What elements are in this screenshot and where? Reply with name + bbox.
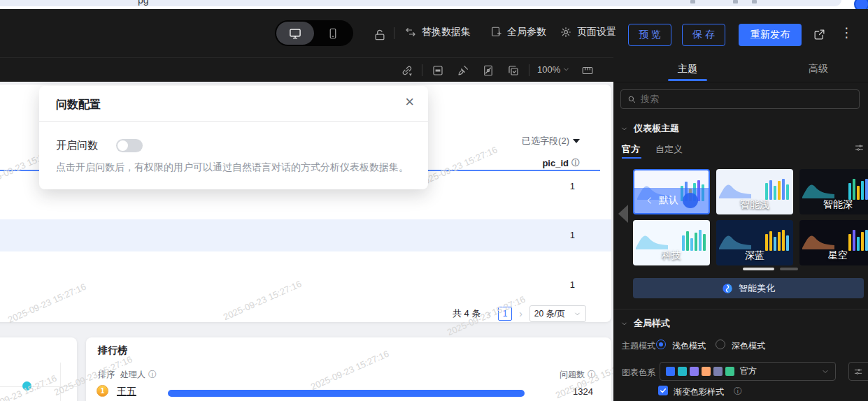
theme-thumb-tech[interactable]: 科技	[633, 220, 710, 265]
active-subtab-underline	[622, 157, 641, 159]
back-arrow-icon	[645, 196, 655, 205]
ranking-person-header[interactable]: 处理人 ⓘ	[120, 369, 157, 381]
theme-thumb-deepblue[interactable]: 深蓝	[716, 220, 793, 265]
more-menu-icon[interactable]: ⋮	[840, 26, 853, 39]
search-placeholder: 搜索	[641, 93, 659, 105]
page-number[interactable]: 1	[498, 307, 512, 321]
preview-button[interactable]: 预 览	[628, 24, 671, 46]
grid-ruler-icon[interactable]	[581, 64, 594, 77]
ranking-sort-header[interactable]: 排序	[98, 369, 115, 381]
info-icon: ⓘ	[571, 157, 580, 169]
clear-style-brush-icon[interactable]	[457, 64, 469, 77]
replace-dataset-icon	[404, 26, 417, 38]
color-scheme-select[interactable]: 官方	[660, 362, 836, 381]
chart-colors-label: 图表色系	[622, 367, 655, 379]
theme-thumb-light[interactable]: 智能浅	[716, 169, 793, 214]
scheme-name: 官方	[740, 365, 757, 377]
smart-beautify-button[interactable]: 智能美化	[633, 278, 864, 298]
link-filter-icon[interactable]	[401, 64, 413, 77]
ranking-name-link[interactable]: 王五	[117, 386, 136, 398]
replace-dataset-button[interactable]: 替换数据集	[404, 26, 471, 38]
right-settings-panel: 主题 高级 搜索 仪表板主题 官方 自定义 默认	[613, 57, 868, 401]
monitor-icon	[288, 27, 302, 41]
prev-page-icon[interactable]: ‹	[488, 308, 491, 319]
carousel-indicator[interactable]	[780, 268, 798, 270]
sliders-icon[interactable]	[854, 143, 865, 153]
scatter-chart-component[interactable]	[0, 337, 77, 401]
unlock-icon[interactable]	[373, 28, 387, 42]
mobile-mode-button[interactable]	[314, 22, 352, 45]
browser-extension-icon[interactable]	[690, 0, 695, 3]
desktop-mode-button[interactable]	[276, 22, 314, 45]
batch-select-icon[interactable]	[507, 64, 520, 77]
republish-button[interactable]: 重新发布	[739, 24, 802, 46]
color-swatch	[690, 367, 699, 376]
main-toolbar: 替换数据集 全局参数 页面设置 预 览 保 存 重新发布 ⋮	[0, 9, 868, 57]
save-button[interactable]: 保 存	[682, 24, 725, 46]
pagination-total: 共 4 条	[453, 307, 481, 320]
external-link-icon[interactable]	[813, 28, 826, 41]
theme-mode-label: 主题模式	[622, 340, 655, 352]
page-size-select[interactable]: 20 条/页	[529, 305, 586, 322]
tab-advanced[interactable]: 高级	[809, 63, 828, 75]
selected-theme-overlay: 默认	[634, 188, 709, 213]
selected-fields-dropdown[interactable]: 已选字段(2)	[522, 135, 580, 147]
toolbar-divider	[422, 64, 422, 76]
ask-data-config-dialog: 问数配置 × 开启问数 点击开启问数后，有权限的用户可以通过自然语言对话的方式分…	[39, 86, 428, 189]
table-cell: 1	[570, 279, 575, 290]
dialog-title: 问数配置	[56, 98, 101, 112]
ranking-title: 排行榜	[98, 344, 127, 357]
theme-thumb-dark[interactable]: 智能深	[799, 169, 868, 214]
check-icon	[660, 387, 667, 394]
light-mode-label[interactable]: 浅色模式	[672, 340, 706, 352]
color-swatch	[678, 367, 687, 376]
color-swatch	[725, 367, 734, 376]
global-params-button[interactable]: 全局参数	[490, 26, 546, 38]
custom-color-button[interactable]	[848, 362, 868, 381]
subtab-official[interactable]: 官方	[622, 143, 640, 156]
carousel-indicator-active[interactable]	[743, 268, 774, 270]
theme-search-input[interactable]: 搜索	[620, 89, 860, 109]
hide-component-icon[interactable]	[482, 64, 495, 77]
subtab-custom[interactable]: 自定义	[655, 143, 683, 156]
info-icon[interactable]: ⓘ	[734, 386, 742, 398]
ranking-value-header[interactable]: 问题数 ⓘ	[560, 369, 596, 381]
theme-thumb-starry[interactable]: 星空	[799, 220, 868, 265]
panel-collapse-handle[interactable]	[618, 205, 628, 223]
card-icon[interactable]	[432, 64, 444, 77]
ranking-chart-component[interactable]: 排行榜 排序 处理人 ⓘ 问题数 ⓘ 1 王五 1324	[86, 337, 611, 401]
section-dashboard-theme[interactable]: 仪表板主题	[620, 122, 679, 135]
sliders-icon	[853, 367, 863, 377]
close-icon[interactable]: ×	[405, 94, 414, 110]
tab-theme[interactable]: 主题	[678, 63, 697, 75]
table-row-highlight[interactable]	[0, 219, 611, 251]
theme-thumb-default[interactable]: 默认	[633, 169, 710, 214]
dropdown-arrow-icon	[573, 139, 580, 143]
table-column-header[interactable]: pic_id ⓘ	[542, 157, 580, 169]
dialog-description: 点击开启问数后，有权限的用户可以通过自然语言对话的方式分析仪表板数据集。	[56, 161, 408, 174]
next-page-icon[interactable]: ›	[519, 308, 522, 319]
dark-mode-label[interactable]: 深色模式	[732, 340, 765, 352]
scatter-point	[22, 381, 31, 391]
document-plus-icon	[490, 26, 502, 38]
browser-avatar[interactable]	[854, 0, 868, 9]
pagination: 共 4 条 ‹ 1 › 20 条/页	[453, 305, 586, 322]
browser-chrome-strip: pg	[0, 0, 868, 9]
enable-ask-data-toggle[interactable]	[116, 139, 143, 152]
gridline	[0, 386, 77, 387]
zoom-select[interactable]: 100%	[537, 64, 570, 75]
theme-color-dot	[683, 193, 698, 208]
browser-extension-icon[interactable]	[733, 0, 738, 3]
dark-mode-radio[interactable]	[716, 340, 725, 349]
device-toggle	[275, 20, 353, 46]
gradient-style-checkbox[interactable]	[658, 386, 668, 395]
browser-extension-icon[interactable]	[752, 0, 757, 3]
section-global-style[interactable]: 全局样式	[620, 317, 670, 330]
light-mode-radio[interactable]	[656, 340, 666, 349]
partial-url-text: pg	[138, 0, 149, 6]
gradient-style-label[interactable]: 渐变色彩样式	[674, 386, 724, 398]
gridline	[60, 363, 61, 401]
page-settings-button[interactable]: 页面设置	[560, 26, 616, 38]
chevron-down-icon	[821, 367, 830, 376]
dashboard-canvas: 已选字段(2) pic_id ⓘ 1 1 1 共 4 条 ‹ 1 › 20 条/…	[0, 82, 613, 401]
